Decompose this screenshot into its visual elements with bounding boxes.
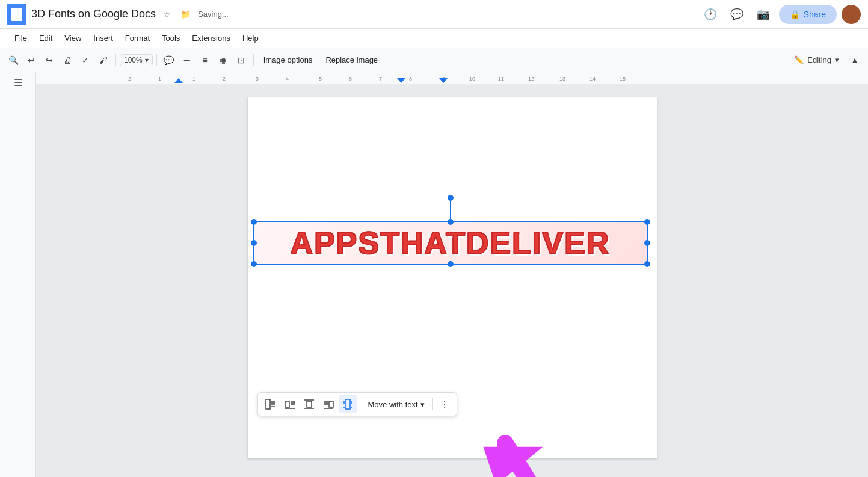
- zoom-chevron: ▾: [145, 56, 149, 64]
- annotation-arrow: [481, 407, 602, 477]
- selected-image[interactable]: APPSTHATDELIVER: [253, 221, 648, 265]
- menu-bar: File Edit View Insert Format Tools Exten…: [0, 29, 868, 48]
- replace-image-button[interactable]: Replace image: [319, 53, 384, 67]
- rotation-handle[interactable]: [448, 195, 454, 201]
- svg-text:-1: -1: [156, 76, 161, 82]
- crop-button[interactable]: ⊡: [233, 52, 250, 69]
- svg-text:11: 11: [498, 76, 504, 82]
- menu-insert[interactable]: Insert: [88, 31, 118, 45]
- handle-mid-left[interactable]: [251, 240, 257, 246]
- menu-format[interactable]: Format: [120, 31, 155, 45]
- left-panel: ☰: [0, 72, 36, 477]
- chat-button[interactable]: 💬: [726, 4, 748, 25]
- line-style-button[interactable]: ≡: [197, 52, 214, 69]
- ruler-svg: -2 -1 1 2 3 4 5 6 7 8 9 10 11 12 13 14 1…: [36, 72, 868, 85]
- print-button[interactable]: 🖨: [59, 52, 76, 69]
- handle-top-right[interactable]: [644, 219, 650, 225]
- menu-view[interactable]: View: [60, 31, 86, 45]
- apps-text-image: APPSTHATDELIVER: [291, 225, 611, 261]
- doc-title[interactable]: 3D Fonts on Google Docs: [31, 8, 156, 20]
- search-button[interactable]: 🔍: [5, 52, 22, 69]
- handle-bottom-left[interactable]: [251, 261, 257, 267]
- svg-text:15: 15: [620, 76, 626, 82]
- document-page: APPSTHATDELIVER: [248, 97, 657, 458]
- menu-extensions[interactable]: Extensions: [187, 31, 235, 45]
- redo-button[interactable]: ↪: [41, 52, 58, 69]
- handle-top-left[interactable]: [251, 219, 257, 225]
- svg-text:2: 2: [223, 76, 226, 82]
- svg-text:3: 3: [256, 76, 259, 82]
- move-with-text-button[interactable]: Move with text ▾: [363, 398, 429, 411]
- move-with-text-label: Move with text: [368, 400, 418, 409]
- outline-icon[interactable]: ☰: [14, 77, 22, 88]
- title-section: 3D Fonts on Google Docs ☆ 📁 Saving...: [31, 8, 695, 20]
- menu-tools[interactable]: Tools: [157, 31, 185, 45]
- meet-button[interactable]: 📷: [753, 4, 774, 25]
- menu-file[interactable]: File: [10, 31, 32, 45]
- paint-format-button[interactable]: 🖌: [95, 52, 112, 69]
- move-to-folder-button[interactable]: 📁: [178, 8, 193, 20]
- wrap-left-button[interactable]: [281, 395, 299, 413]
- doc-icon: [7, 4, 26, 25]
- svg-text:7: 7: [379, 76, 382, 82]
- more-options-button[interactable]: ⋮: [436, 396, 453, 413]
- menu-edit[interactable]: Edit: [34, 31, 57, 45]
- toolbar: 🔍 ↩ ↪ 🖨 ✓ 🖌 100% ▾ 💬 ─ ≡ ▦ ⊡ Image optio…: [0, 48, 868, 72]
- image-options-button[interactable]: Image options: [257, 53, 319, 67]
- share-button[interactable]: 🔒 Share: [779, 5, 837, 24]
- rotation-line: [450, 198, 451, 219]
- float-toolbar-separator: [360, 398, 360, 410]
- ruler: -2 -1 1 2 3 4 5 6 7 8 9 10 11 12 13 14 1…: [36, 72, 868, 85]
- svg-text:-2: -2: [126, 76, 131, 82]
- undo-button[interactable]: ↩: [23, 52, 40, 69]
- svg-text:8: 8: [409, 76, 412, 82]
- wrap-inline-button[interactable]: [262, 395, 280, 413]
- page-container: APPSTHATDELIVER: [36, 85, 868, 470]
- toolbar-separator-1: [115, 54, 116, 66]
- svg-text:6: 6: [349, 76, 352, 82]
- handle-bottom-mid[interactable]: [448, 261, 454, 267]
- svg-rect-32: [307, 401, 312, 407]
- svg-marker-49: [481, 417, 543, 477]
- share-label: Share: [804, 10, 826, 19]
- svg-text:5: 5: [319, 76, 322, 82]
- spellcheck-button[interactable]: ✓: [77, 52, 94, 69]
- svg-text:12: 12: [528, 76, 534, 82]
- handle-mid-right[interactable]: [644, 240, 650, 246]
- editing-label: Editing: [807, 55, 831, 64]
- border-color-button[interactable]: ─: [179, 52, 195, 69]
- svg-line-48: [505, 443, 583, 477]
- svg-rect-27: [285, 401, 289, 407]
- zoom-value: 100%: [124, 56, 143, 64]
- editing-chevron: ▾: [835, 55, 839, 64]
- svg-rect-40: [345, 399, 350, 409]
- image-wrapper[interactable]: APPSTHATDELIVER: [253, 221, 650, 265]
- comment-button[interactable]: 💬: [161, 52, 177, 69]
- avatar[interactable]: [842, 5, 861, 24]
- handle-bottom-right[interactable]: [644, 261, 650, 267]
- saving-status: Saving...: [198, 10, 229, 19]
- history-button[interactable]: 🕐: [700, 4, 721, 25]
- collapse-toolbar-button[interactable]: ▲: [846, 52, 863, 69]
- title-bar: 3D Fonts on Google Docs ☆ 📁 Saving... 🕐 …: [0, 0, 868, 29]
- zoom-selector[interactable]: 100% ▾: [120, 54, 153, 66]
- pencil-icon: ✏️: [794, 55, 804, 64]
- wrap-right-button[interactable]: [319, 395, 337, 413]
- svg-text:14: 14: [589, 76, 596, 82]
- svg-text:10: 10: [469, 76, 475, 82]
- image-align-button[interactable]: ▦: [215, 52, 232, 69]
- editing-mode-button[interactable]: ✏️ Editing ▾: [788, 53, 845, 67]
- float-toolbar: Move with text ▾ ⋮: [257, 392, 457, 416]
- wrap-none-button[interactable]: [300, 395, 318, 413]
- svg-text:1: 1: [192, 76, 195, 82]
- wrap-break-button[interactable]: [339, 395, 357, 413]
- menu-help[interactable]: Help: [238, 31, 263, 45]
- main-area: ☰ -2 -1 1 2 3 4 5 6 7 8 9 10 11 12: [0, 72, 868, 477]
- toolbar-separator-2: [156, 54, 157, 66]
- lock-icon: 🔒: [790, 10, 800, 19]
- handle-top-mid[interactable]: [448, 219, 454, 225]
- svg-rect-22: [266, 399, 270, 409]
- image-content: APPSTHATDELIVER: [254, 222, 647, 264]
- star-button[interactable]: ☆: [161, 8, 173, 20]
- top-right-controls: 🕐 💬 📷 🔒 Share: [700, 4, 861, 25]
